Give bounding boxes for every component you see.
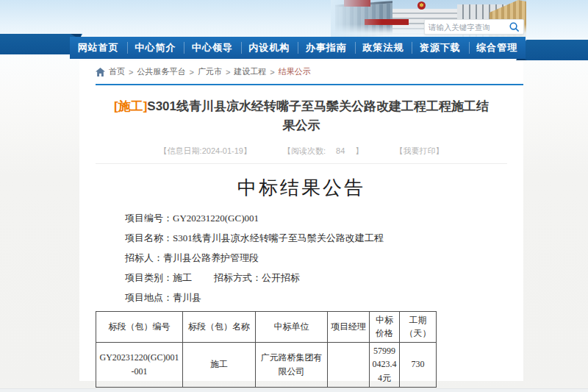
nav-item-home[interactable]: 网站首页 — [70, 37, 127, 59]
cell-section-number: GY20231220(GC)001-001 — [96, 342, 183, 387]
col-project-manager: 项目经理 — [328, 311, 370, 342]
search-input[interactable] — [429, 23, 509, 32]
meta-views-suffix: 】 — [355, 146, 363, 155]
meta-views-prefix: 【阅读次数: — [283, 146, 326, 155]
search-icon[interactable] — [509, 21, 520, 32]
title-category-tag: [施工] — [114, 99, 147, 113]
nav-item-about[interactable]: 中心简介 — [127, 37, 184, 59]
announcement-title: 中标结果公告 — [96, 175, 507, 201]
footer-band — [0, 388, 588, 392]
breadcrumb-item-home[interactable]: 首页 — [109, 66, 125, 77]
table-header-row: 标段（包）编号 标段（包）名称 中标单位 项目经理 中标价格 工期（天） — [96, 311, 437, 342]
meta-views-count: 84 — [336, 146, 345, 155]
page-title: [施工]S301线青川县凉水经转嘴子至马鬃关公路改建工程工程施工结果公示 — [112, 97, 490, 136]
nav-ribbon-right-wing — [516, 40, 588, 60]
title-text: S301线青川县凉水经转嘴子至马鬃关公路改建工程工程施工结果公示 — [147, 99, 489, 132]
col-winning-bidder: 中标单位 — [256, 311, 328, 342]
cell-project-manager — [328, 342, 370, 387]
cell-section-name: 施工 — [183, 342, 256, 387]
nav-item-management[interactable]: 综合管理 — [469, 37, 526, 59]
content-panel: 首页 > 公共服务平台 > 广元市 > 建设工程 > 结果公示 [施工]S301… — [79, 60, 523, 381]
breadcrumb-divider — [96, 84, 523, 85]
breadcrumb-separator: > — [226, 68, 230, 76]
meta-date: 【信息日期:2024-01-19】 — [159, 146, 251, 155]
print-button[interactable]: 【我要打印】 — [395, 146, 443, 155]
detail-project-number: 项目编号：GY20231220(GC)001 — [125, 208, 507, 228]
detail-tenderee: 招标人：青川县公路养护管理段 — [125, 248, 507, 268]
breadcrumb-item-current: 结果公示 — [279, 66, 311, 77]
breadcrumb: 首页 > 公共服务平台 > 广元市 > 建设工程 > 结果公示 — [96, 60, 507, 82]
breadcrumb-item-construction[interactable]: 建设工程 — [234, 66, 266, 77]
cell-duration: 730 — [400, 342, 437, 387]
bid-result-table: 标段（包）编号 标段（包）名称 中标单位 项目经理 中标价格 工期（天） GY2… — [96, 311, 437, 388]
col-duration: 工期（天） — [400, 311, 437, 342]
search-box — [424, 19, 524, 35]
nav-item-leaders[interactable]: 中心领导 — [184, 37, 241, 59]
col-section-name: 标段（包）名称 — [183, 311, 256, 342]
detail-project-name: 项目名称：S301线青川县凉水经转嘴子至马鬃关公路改建工程 — [125, 228, 507, 248]
nav-item-downloads[interactable]: 资源下载 — [412, 37, 469, 59]
detail-category-and-method: 项目类别：施工招标方式：公开招标 — [125, 268, 507, 288]
project-details: 项目编号：GY20231220(GC)001 项目名称：S301线青川县凉水经转… — [125, 208, 507, 307]
detail-location: 项目地点：青川县 — [125, 288, 507, 307]
breadcrumb-separator: > — [129, 68, 133, 76]
table-row: GY20231220(GC)001-001 施工 广元路桥集团有限公司 5799… — [96, 342, 437, 387]
col-bid-price: 中标价格 — [370, 311, 400, 342]
announcement-document: 中标结果公告 项目编号：GY20231220(GC)001 项目名称：S301线… — [96, 175, 507, 392]
meta-views: 【阅读次数:84】 — [283, 146, 363, 155]
breadcrumb-separator: > — [189, 68, 193, 76]
breadcrumb-item-city[interactable]: 广元市 — [198, 66, 222, 77]
main-nav: 网站首页 中心简介 中心领导 内设机构 办事指南 政策法规 资源下载 综合管理 — [70, 37, 526, 59]
breadcrumb-separator: > — [270, 68, 274, 76]
nav-item-policies[interactable]: 政策法规 — [355, 37, 412, 59]
nav-item-guide[interactable]: 办事指南 — [298, 37, 355, 59]
home-icon — [96, 68, 105, 76]
cell-bid-price: 579990423.44元 — [370, 342, 400, 387]
col-section-number: 标段（包）编号 — [96, 311, 183, 342]
meta-bar: 【信息日期:2024-01-19】 【阅读次数:84】 【我要打印】 — [96, 146, 507, 164]
nav-item-departments[interactable]: 内设机构 — [241, 37, 298, 59]
cell-winning-bidder: 广元路桥集团有限公司 — [256, 342, 328, 387]
breadcrumb-item-platform[interactable]: 公共服务平台 — [137, 66, 185, 77]
